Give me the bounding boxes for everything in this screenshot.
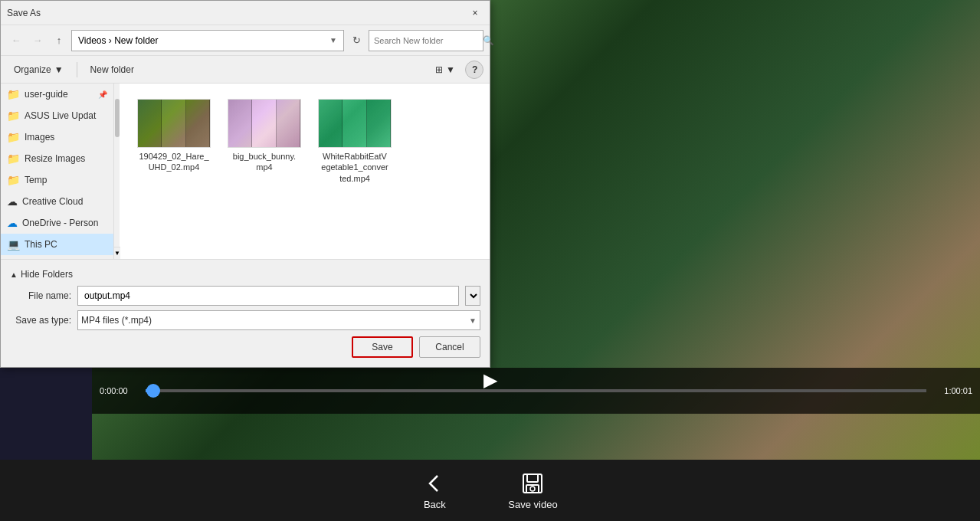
view-icon: ⊞: [435, 64, 443, 75]
file-label: 190429_02_Hare_UHD_02.mp4: [139, 151, 208, 173]
toolbar-separator: [77, 62, 77, 77]
file-label: big_buck_bunny.mp4: [233, 151, 296, 173]
dialog-body: 📁 user-guide 📌 📁 ASUS Live Updat 📁 Image…: [1, 84, 490, 259]
files-area: 190429_02_Hare_UHD_02.mp4 big_buck_bunny…: [120, 84, 490, 259]
sidebar-item-label: Temp: [25, 175, 47, 185]
sidebar-item-temp[interactable]: 📁 Temp: [1, 169, 113, 191]
svg-point-6: [530, 487, 535, 491]
sidebar-item-thispc[interactable]: 💻 This PC: [1, 234, 113, 255]
dialog-form: ▲ Hide Folders File name: Save as type: …: [1, 259, 490, 367]
sidebar-scrollthumb[interactable]: [115, 99, 120, 137]
strip-seg: [252, 100, 276, 147]
savetype-label: Save as type:: [10, 315, 71, 326]
sidebar-item-user-guide[interactable]: 📁 user-guide 📌: [1, 84, 113, 105]
organize-label: Organize: [14, 64, 51, 75]
sidebar: 📁 user-guide 📌 📁 ASUS Live Updat 📁 Image…: [1, 84, 113, 259]
folder-icon: 📁: [7, 174, 20, 186]
dialog-titlebar: Save As ×: [1, 1, 490, 25]
sidebar-item-label: Resize Images: [25, 153, 85, 164]
save-button[interactable]: Save: [352, 336, 413, 358]
sidebar-item-label: Creative Cloud: [22, 196, 83, 207]
filename-input[interactable]: [77, 286, 459, 306]
file-item-hare[interactable]: 190429_02_Hare_UHD_02.mp4: [132, 96, 216, 187]
breadcrumb[interactable]: Videos › New folder ▼: [71, 30, 344, 51]
view-button[interactable]: ⊞ ▼: [428, 60, 462, 80]
file-item-bunny[interactable]: big_buck_bunny.mp4: [222, 96, 306, 187]
strip-seg: [367, 100, 391, 147]
save-video-button[interactable]: Save video: [508, 471, 557, 510]
play-button[interactable]: ▶: [483, 369, 497, 391]
sidebar-scrollbar[interactable]: ▼: [113, 84, 120, 259]
sidebar-item-images[interactable]: 📁 Images: [1, 126, 113, 148]
hide-folders-button[interactable]: ▲ Hide Folders: [10, 266, 73, 283]
search-input[interactable]: [374, 36, 480, 45]
strip-seg: [162, 100, 185, 147]
breadcrumb-dropdown[interactable]: ▼: [329, 36, 337, 44]
filename-row: File name:: [10, 286, 480, 306]
timeline[interactable]: 0:00:00 1:00:01: [92, 368, 980, 414]
new-folder-button[interactable]: New folder: [84, 60, 141, 80]
svg-rect-4: [527, 474, 538, 482]
sidebar-item-label: user-guide: [25, 89, 68, 100]
time-end: 1:00:01: [934, 386, 972, 395]
savetype-select[interactable]: MP4 files (*.mp4) ▼: [77, 310, 480, 330]
strip-seg: [319, 100, 343, 147]
organize-arrow: ▼: [54, 64, 64, 75]
timeline-track[interactable]: [146, 389, 926, 392]
save-video-label: Save video: [508, 499, 557, 510]
new-folder-label: New folder: [90, 64, 134, 75]
folder-icon: 📁: [7, 131, 20, 143]
thispc-icon: 💻: [7, 238, 20, 251]
nav-back-button[interactable]: ←: [7, 31, 25, 50]
file-item-rabbit[interactable]: WhiteRabbitEatVegetable1_converted.mp4: [313, 96, 397, 187]
thumb-strip-hare: [138, 100, 210, 147]
strip-seg: [186, 100, 210, 147]
search-icon: 🔍: [483, 35, 494, 46]
sidebar-wrapper: 📁 user-guide 📌 📁 ASUS Live Updat 📁 Image…: [1, 84, 120, 259]
files-grid: 190429_02_Hare_UHD_02.mp4 big_buck_bunny…: [120, 84, 490, 259]
save-as-dialog: Save As × ← → ↑ Videos › New folder ▼ ↻ …: [0, 0, 490, 368]
back-button[interactable]: Back: [422, 471, 447, 510]
pin-icon: 📌: [98, 90, 107, 99]
sidebar-scroll-down[interactable]: ▼: [114, 247, 120, 259]
thumb-strip-bunny: [228, 100, 300, 147]
filename-dropdown[interactable]: [465, 286, 480, 306]
save-video-icon: [520, 471, 545, 496]
form-buttons: Save Cancel: [10, 336, 480, 361]
thumbnail-bunny: [228, 99, 301, 148]
refresh-button[interactable]: ↻: [347, 31, 365, 50]
sidebar-item-onedrive[interactable]: ☁ OneDrive - Person: [1, 212, 113, 234]
savetype-value: MP4 files (*.mp4): [81, 315, 152, 326]
dialog-title: Save As: [7, 8, 467, 18]
sidebar-item-asus[interactable]: 📁 ASUS Live Updat: [1, 105, 113, 126]
search-box: 🔍: [369, 30, 483, 51]
savetype-chevron: ▼: [469, 316, 477, 325]
nav-up-button[interactable]: ↑: [50, 31, 68, 50]
sidebar-item-resize[interactable]: 📁 Resize Images: [1, 148, 113, 169]
cancel-button[interactable]: Cancel: [419, 336, 480, 358]
help-button[interactable]: ?: [465, 61, 483, 79]
strip-seg: [277, 100, 300, 147]
timeline-thumb[interactable]: [146, 384, 160, 398]
onedrive-icon: ☁: [7, 217, 18, 229]
thumb-strip-rabbit: [319, 100, 391, 147]
savetype-row: Save as type: MP4 files (*.mp4) ▼: [10, 310, 480, 330]
hide-folders-label: Hide Folders: [21, 269, 73, 280]
breadcrumb-text: Videos › New folder: [78, 35, 159, 46]
filename-label: File name:: [10, 290, 71, 301]
file-label: WhiteRabbitEatVegetable1_converted.mp4: [321, 151, 388, 184]
back-label: Back: [424, 499, 446, 510]
folder-icon: 📁: [7, 110, 20, 122]
strip-seg: [343, 100, 366, 147]
time-start: 0:00:00: [100, 386, 138, 395]
thumbnail-hare: [137, 99, 211, 148]
folder-icon: 📁: [7, 88, 20, 100]
back-icon: [422, 471, 447, 496]
organize-button[interactable]: Organize ▼: [7, 60, 70, 80]
chevron-up-icon: ▲: [10, 270, 18, 279]
thumbnail-rabbit: [318, 99, 392, 148]
nav-forward-button[interactable]: →: [28, 31, 47, 50]
strip-seg: [138, 100, 162, 147]
dialog-close-button[interactable]: ×: [467, 5, 483, 21]
sidebar-item-creative-cloud[interactable]: ☁ Creative Cloud: [1, 191, 113, 212]
